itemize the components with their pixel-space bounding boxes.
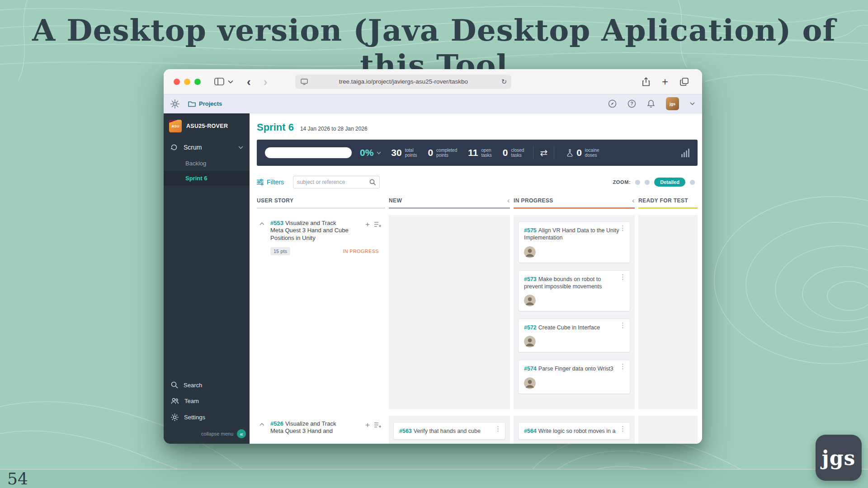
divider: [554, 146, 554, 160]
tab-group-chevron-icon[interactable]: [228, 80, 233, 84]
assignee-avatar[interactable]: [524, 377, 536, 389]
task-menu-icon[interactable]: ⋮: [495, 425, 501, 432]
swap-view-icon[interactable]: ⇄: [540, 147, 547, 158]
sidebar-item-team[interactable]: Team: [164, 393, 250, 409]
projects-link[interactable]: Projects: [188, 100, 222, 107]
filters-button[interactable]: Filters: [257, 178, 284, 186]
collapse-menu-label[interactable]: collapse menu: [201, 431, 233, 436]
discover-icon[interactable]: [608, 99, 617, 108]
close-button[interactable]: [174, 79, 180, 85]
browser-toolbar: ‹ › tree.taiga.io/project/javiergs-asu25…: [164, 69, 702, 94]
add-task-icon[interactable]: +: [365, 421, 370, 429]
sidebar-item-label: Settings: [184, 414, 205, 421]
search-input[interactable]: [297, 179, 369, 185]
task-menu-icon[interactable]: ⋮: [619, 425, 626, 432]
sidebar-item-sprint-6[interactable]: Sprint 6: [164, 171, 250, 186]
sidebar-item-settings[interactable]: Settings: [164, 409, 250, 426]
address-bar[interactable]: tree.taiga.io/project/javiergs-asu25-rov…: [295, 75, 511, 89]
brand-text: jgs: [822, 446, 855, 469]
sidebar-spacer: [164, 186, 250, 377]
lane-new: [389, 215, 510, 409]
task-ref[interactable]: #574: [524, 366, 537, 372]
project-name: ASU25-ROVER: [186, 123, 228, 129]
zoom-level-selected[interactable]: Detailed: [654, 178, 685, 187]
task-ref[interactable]: #564: [524, 428, 537, 434]
task-ref[interactable]: #575: [524, 227, 537, 234]
task-card[interactable]: ⋮ #564Write logic so robot moves in a: [518, 422, 630, 440]
assignee-avatar[interactable]: [524, 246, 536, 258]
add-multiple-tasks-icon[interactable]: [374, 221, 382, 227]
assignee-avatar[interactable]: [524, 295, 536, 306]
zoom-level-dot-3[interactable]: [690, 180, 695, 185]
filters-icon: [257, 179, 264, 185]
collapse-story-icon[interactable]: [259, 423, 264, 426]
collapse-story-icon[interactable]: [259, 222, 264, 225]
task-ref[interactable]: #572: [524, 324, 537, 331]
search-icon[interactable]: [369, 179, 376, 185]
task-ref[interactable]: #573: [524, 276, 537, 282]
stat-total-points: 30 totalpoints: [391, 147, 417, 158]
fullscreen-button[interactable]: [194, 79, 201, 85]
sidebar-toggle-icon[interactable]: [214, 78, 224, 85]
assignee-avatar[interactable]: [524, 336, 536, 347]
lane-in-progress: ⋮ #575Align VR Hand Data to the Unity Im…: [514, 215, 635, 409]
task-menu-icon[interactable]: ⋮: [619, 322, 626, 328]
browser-window: ‹ › tree.taiga.io/project/javiergs-asu25…: [164, 69, 702, 444]
user-menu-chevron-icon[interactable]: [690, 102, 695, 105]
collapse-column-icon[interactable]: ‹: [507, 198, 510, 203]
notifications-bell-icon[interactable]: [647, 99, 655, 108]
story-ref[interactable]: #553: [270, 220, 283, 226]
stat-closed-tasks: 0 closedtasks: [503, 147, 524, 158]
taiga-logo-icon[interactable]: [169, 98, 181, 110]
swimlane-553: + #553Visualize and Track Meta Quest 3 H…: [257, 215, 698, 409]
sprint-title: Sprint 6: [257, 122, 294, 133]
task-card[interactable]: ⋮ #573Make bounds on robot to prevent im…: [518, 270, 630, 312]
graph-toggle-icon[interactable]: [681, 149, 689, 157]
taskboard-search[interactable]: [293, 176, 380, 188]
user-avatar[interactable]: jgs: [666, 97, 679, 110]
story-points-tag[interactable]: 15 pts: [270, 247, 290, 255]
story-ref[interactable]: #526: [270, 420, 283, 427]
collapse-column-icon[interactable]: ‹: [632, 198, 635, 203]
task-ref[interactable]: #563: [399, 428, 412, 434]
reload-icon[interactable]: ↻: [501, 78, 507, 86]
sidebar-item-search[interactable]: Search: [164, 377, 250, 393]
sprint-stats-bar: 0% 30 totalpoints 0 completedpoints: [257, 140, 698, 166]
progress-bar: [265, 147, 352, 158]
new-tab-icon[interactable]: +: [662, 76, 668, 87]
zoom-level-dot-2[interactable]: [645, 180, 650, 185]
task-card[interactable]: ⋮ #563Verify that hands and cube: [393, 422, 505, 440]
help-icon[interactable]: ?: [627, 99, 636, 108]
user-story-card[interactable]: + #553Visualize and Track Meta Quest 3 H…: [257, 215, 385, 409]
stats-chevron-icon[interactable]: [377, 151, 381, 155]
task-menu-icon[interactable]: ⋮: [619, 363, 626, 370]
team-icon: [171, 398, 179, 404]
chevron-down-icon[interactable]: [238, 146, 243, 149]
sidebar-project[interactable]: ASU ASU25-ROVER: [164, 113, 250, 139]
user-story-card[interactable]: + #526Visualize and Track Meta Quest 3 H…: [257, 416, 385, 444]
minimize-button[interactable]: [184, 79, 190, 85]
task-card[interactable]: ⋮ #572Create Cube in Interface: [518, 319, 630, 352]
brand-badge: jgs: [816, 435, 862, 481]
task-card[interactable]: ⋮ #575Align VR Hand Data to the Unity Im…: [518, 221, 630, 263]
task-title: Parse Finger data onto Wrist3: [538, 366, 613, 372]
story-status: IN PROGRESS: [343, 249, 379, 254]
stat-completed-points: 0 completedpoints: [428, 147, 457, 158]
collapse-menu-button[interactable]: «: [237, 429, 246, 438]
page-settings-icon[interactable]: [301, 79, 308, 85]
share-icon[interactable]: [642, 77, 650, 86]
tab-overview-icon[interactable]: [680, 78, 689, 86]
task-card[interactable]: ⋮ #574Parse Finger data onto Wrist3: [518, 360, 630, 394]
sidebar-item-backlog[interactable]: Backlog: [164, 156, 250, 171]
back-button[interactable]: ‹: [247, 76, 251, 88]
add-task-icon[interactable]: +: [365, 221, 370, 228]
task-menu-icon[interactable]: ⋮: [619, 225, 626, 231]
zoom-level-dot-1[interactable]: [635, 180, 640, 185]
project-logo: ASU: [169, 120, 182, 132]
task-title: Align VR Hand Data to the Unity Implemen…: [524, 227, 619, 241]
sidebar-item-scrum[interactable]: Scrum: [164, 139, 250, 156]
forward-button[interactable]: ›: [264, 76, 268, 88]
url-text: tree.taiga.io/project/javiergs-asu25-rov…: [339, 78, 468, 85]
add-multiple-tasks-icon[interactable]: [374, 422, 382, 428]
task-menu-icon[interactable]: ⋮: [619, 273, 626, 280]
